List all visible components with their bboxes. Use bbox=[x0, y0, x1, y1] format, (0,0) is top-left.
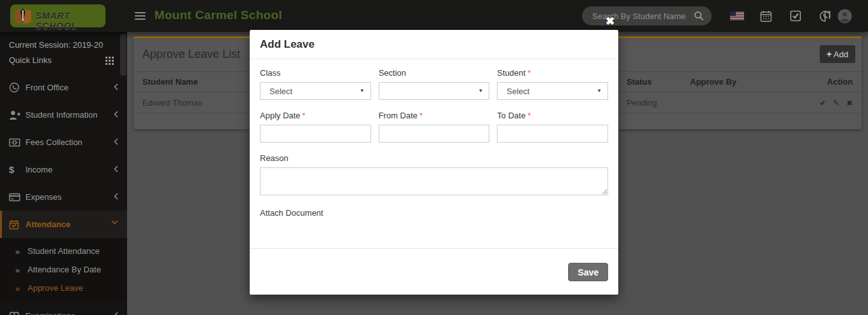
chevron-left-icon bbox=[114, 111, 118, 118]
sidebar-item-label: Attendance bbox=[25, 220, 71, 229]
reason-label: Reason bbox=[260, 153, 608, 163]
search-icon[interactable] bbox=[694, 11, 704, 21]
chevron-left-icon bbox=[114, 83, 118, 90]
modal-title: Add Leave bbox=[260, 38, 315, 51]
sidebar-item-examinations[interactable]: Examinations bbox=[0, 302, 127, 315]
hamburger-menu-icon[interactable] bbox=[135, 12, 146, 22]
apply-date-label: Apply Date* bbox=[260, 111, 371, 120]
chevron-down-icon bbox=[111, 220, 118, 225]
session-block: Current Session: 2019-20 Quick Links bbox=[0, 32, 127, 72]
student-select-value: Select bbox=[506, 87, 529, 96]
us-flag-icon[interactable] bbox=[730, 11, 744, 20]
add-leave-modal: Add Leave Class Select Section Student bbox=[250, 30, 618, 295]
section-label: Section bbox=[379, 68, 490, 78]
double-arrow-icon bbox=[15, 264, 27, 276]
student-select[interactable]: Select bbox=[497, 82, 608, 100]
disapprove-x-icon[interactable] bbox=[846, 99, 853, 108]
attach-document-group: Attach Document bbox=[260, 207, 608, 218]
submenu-item-label: Approve Leave bbox=[27, 283, 83, 293]
sidebar-item-front-office[interactable]: Front Office bbox=[0, 74, 127, 101]
row-actions bbox=[817, 99, 853, 108]
sidebar-item-label: Fees Collection bbox=[25, 137, 83, 147]
apply-date-input[interactable] bbox=[260, 125, 371, 143]
logo-text: SMART SCHOOL bbox=[36, 11, 105, 31]
user-plus-icon bbox=[9, 110, 25, 120]
reason-textarea[interactable] bbox=[260, 167, 608, 195]
money-icon bbox=[9, 138, 25, 147]
sidebar-subitem-attendance-by-date[interactable]: Attendance By Date bbox=[0, 260, 127, 279]
column-approve-by: Approve By bbox=[690, 77, 817, 87]
top-navbar: SMART SCHOOL Mount Carmel School bbox=[0, 0, 868, 32]
sidebar-item-label: Examinations bbox=[25, 311, 75, 315]
close-icon[interactable] bbox=[602, 13, 618, 30]
to-date-label: To Date* bbox=[497, 111, 608, 120]
sidebar-item-student-information[interactable]: Student Information bbox=[0, 101, 127, 129]
attach-document-label[interactable]: Attach Document bbox=[260, 208, 323, 218]
sidebar-item-attendance[interactable]: Attendance bbox=[0, 211, 127, 238]
page-title: Approve Leave List bbox=[142, 48, 240, 61]
edit-pencil-icon[interactable] bbox=[833, 99, 839, 108]
avatar-icon[interactable] bbox=[837, 9, 852, 24]
from-date-input[interactable] bbox=[379, 125, 490, 143]
sidebar-scrollbar[interactable] bbox=[120, 34, 126, 76]
credit-card-icon bbox=[9, 193, 25, 202]
modal-body: Class Select Section Student* Select bbox=[250, 59, 618, 218]
apply-date-field-group: Apply Date* bbox=[260, 111, 371, 143]
class-select[interactable]: Select bbox=[260, 82, 371, 100]
class-label: Class bbox=[260, 68, 371, 78]
required-asterisk: * bbox=[527, 111, 531, 120]
sidebar: Current Session: 2019-20 Quick Links bbox=[0, 32, 127, 315]
smart-school-logo[interactable]: SMART SCHOOL bbox=[10, 4, 105, 27]
plus-icon bbox=[827, 49, 834, 59]
grid-icon[interactable] bbox=[105, 57, 114, 65]
calendar-icon[interactable] bbox=[760, 10, 772, 22]
save-button[interactable]: Save bbox=[568, 263, 608, 281]
app-frame: SMART SCHOOL Mount Carmel School bbox=[0, 0, 868, 315]
book-logo-icon bbox=[11, 6, 34, 26]
book-icon bbox=[9, 311, 25, 315]
attendance-submenu: Student Attendance Attendance By Date Ap… bbox=[0, 238, 127, 302]
calendar-check-icon bbox=[9, 220, 25, 230]
sidebar-item-fees-collection[interactable]: Fees Collection bbox=[0, 129, 127, 156]
double-arrow-icon bbox=[15, 246, 27, 257]
from-date-label: From Date* bbox=[379, 111, 490, 120]
submenu-item-label: Attendance By Date bbox=[27, 265, 101, 274]
class-select-value: Select bbox=[269, 87, 292, 96]
sidebar-item-label: Income bbox=[25, 165, 53, 174]
sidebar-subitem-approve-leave[interactable]: Approve Leave bbox=[0, 279, 127, 297]
add-button-label: Add bbox=[834, 50, 848, 59]
modal-footer: Save bbox=[250, 248, 618, 295]
section-field-group: Section bbox=[379, 68, 490, 100]
add-leave-button[interactable]: Add bbox=[820, 45, 855, 63]
section-select[interactable] bbox=[379, 82, 490, 100]
sidebar-item-income[interactable]: $ Income bbox=[0, 156, 127, 183]
column-action: Action bbox=[817, 77, 853, 87]
modal-header: Add Leave bbox=[250, 30, 618, 59]
sidebar-subitem-student-attendance[interactable]: Student Attendance bbox=[0, 242, 127, 260]
to-date-field-group: To Date* bbox=[497, 111, 608, 143]
sidebar-item-label: Student Information bbox=[25, 110, 97, 120]
school-name-title: Mount Carmel School bbox=[154, 8, 282, 22]
check-square-icon[interactable] bbox=[790, 10, 801, 22]
quick-links-label: Quick Links bbox=[9, 55, 51, 65]
to-date-input[interactable] bbox=[497, 125, 608, 143]
student-label: Student* bbox=[497, 68, 608, 78]
sidebar-item-label: Expenses bbox=[25, 192, 62, 202]
chevron-left-icon bbox=[114, 165, 118, 172]
current-session-label: Current Session: 2019-20 bbox=[9, 38, 118, 53]
chevron-left-icon bbox=[114, 193, 118, 200]
sidebar-item-label: Front Office bbox=[25, 83, 69, 92]
dollar-icon: $ bbox=[9, 164, 25, 175]
quick-links-row: Quick Links bbox=[9, 53, 118, 68]
required-asterisk: * bbox=[527, 68, 531, 78]
sidebar-menu: Front Office Student Information bbox=[0, 74, 127, 315]
class-field-group: Class Select bbox=[260, 68, 371, 100]
reason-field-group: Reason bbox=[260, 153, 608, 198]
approve-check-icon[interactable] bbox=[820, 99, 826, 108]
sidebar-item-expenses[interactable]: Expenses bbox=[0, 183, 127, 211]
from-date-field-group: From Date* bbox=[379, 111, 490, 143]
whatsapp-icon[interactable] bbox=[819, 10, 831, 22]
student-field-group: Student* Select bbox=[497, 68, 608, 100]
chevron-left-icon bbox=[114, 138, 118, 145]
chevron-left-icon bbox=[114, 312, 118, 315]
